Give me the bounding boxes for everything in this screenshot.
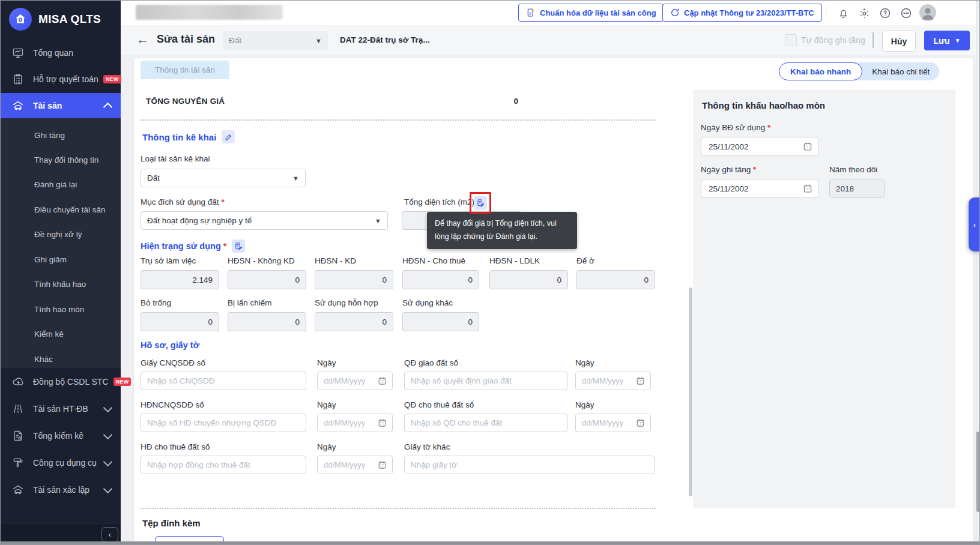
submenu-item-de-nghi-xu-ly[interactable]: Đề nghị xử lý — [1, 222, 121, 247]
asset-icon — [11, 483, 25, 496]
cancel-button[interactable]: Hủy — [882, 31, 916, 52]
calendar-icon[interactable] — [803, 184, 812, 193]
calendar-icon[interactable] — [378, 418, 387, 427]
usage-value-input: 0 — [402, 270, 479, 289]
sidebar-footer: ‹ — [1, 523, 121, 542]
calendar-icon[interactable] — [378, 376, 387, 385]
transfer-contract-date-field — [317, 414, 393, 432]
sidebar-item-dong-bo-csdl-stc[interactable]: Đồng bộ CSDL STC NEW — [1, 369, 121, 394]
help-icon[interactable] — [877, 5, 893, 21]
usage-label: Bỏ trống — [141, 298, 171, 307]
usage-value-input: 0 — [315, 270, 393, 289]
transfer-contract-date-input[interactable] — [322, 418, 378, 428]
calendar-icon[interactable] — [803, 142, 812, 151]
total-area-label: Tổng diện tích (m2) — [404, 197, 474, 206]
sidebar: MISA QLTS Tổng quan Hỗ trợ quyết toán NE… — [1, 1, 121, 541]
submenu-item-dieu-chuyen-tai-san[interactable]: Điều chuyển tài sản — [1, 197, 121, 222]
document-edit-icon[interactable] — [232, 239, 245, 253]
back-arrow-icon[interactable]: ← — [136, 32, 149, 47]
settings-gear-icon[interactable] — [856, 5, 872, 21]
cnqsdd-date-input[interactable] — [322, 376, 378, 386]
auto-increase-checkbox[interactable] — [785, 34, 797, 46]
app-logo[interactable]: MISA QLTS — [1, 5, 121, 33]
sidebar-item-tong-kiem-ke[interactable]: Tổng kiểm kê — [1, 423, 121, 448]
calendar-icon[interactable] — [636, 418, 646, 427]
usage-section-heading: Hiện trạng sử dụng — [141, 239, 245, 253]
page-title: Sửa tài sản — [157, 33, 215, 46]
sidebar-submenu: Ghi tăng Thay đổi thông tin Đánh giá lại… — [1, 118, 121, 368]
submenu-item-ghi-giam[interactable]: Ghi giảm — [1, 247, 121, 272]
start-use-date-input[interactable] — [707, 142, 803, 152]
asset-declare-type-dropdown[interactable]: Đất ▼ — [141, 169, 306, 187]
increase-date-input[interactable] — [707, 184, 803, 194]
submenu-item-danh-gia-lai[interactable]: Đánh giá lại — [1, 172, 121, 197]
other-papers-input[interactable] — [404, 456, 655, 474]
sidebar-item-tai-san-xac-lap[interactable]: Tài sản xác lập — [1, 477, 121, 502]
land-purpose-label: Mục đích sử dụng đất — [141, 197, 225, 206]
dashboard-icon — [11, 46, 25, 59]
sidebar-item-label: Tài sản — [33, 101, 62, 110]
asset-type-value: Đất — [229, 36, 241, 45]
sidebar-item-tai-san-ht-db[interactable]: Tài sản HT-ĐB — [1, 396, 121, 421]
calendar-icon[interactable] — [636, 376, 646, 385]
quick-declare-toggle[interactable]: Khai báo nhanh — [779, 62, 862, 80]
usage-value-input: 0 — [576, 270, 655, 289]
chevron-down-icon — [103, 457, 113, 466]
save-button[interactable]: Lưu ▼ — [924, 31, 970, 50]
new-badge: NEW — [113, 378, 132, 386]
document-edit-icon[interactable] — [474, 196, 487, 209]
sidebar-collapse-button[interactable]: ‹ — [101, 527, 118, 542]
submenu-item-khac[interactable]: Khác — [1, 347, 121, 372]
submenu-item-kiem-ke[interactable]: Kiểm kê — [1, 322, 121, 346]
sidebar-item-tong-quan[interactable]: Tổng quan — [1, 40, 121, 65]
documents-title: Hồ sơ, giấy tờ — [141, 340, 199, 350]
doc-label: HĐNCNQSDĐ số — [141, 400, 204, 409]
usage-label: Sử dụng khác — [402, 298, 453, 307]
total-original-price-label: TỔNG NGUYÊN GIÁ — [146, 97, 225, 106]
lease-contract-date-input[interactable] — [322, 460, 378, 470]
edit-pencil-icon[interactable] — [222, 130, 235, 143]
land-assign-date-field — [575, 372, 651, 390]
land-assign-number-input[interactable] — [404, 372, 567, 390]
lease-contract-date-field — [317, 456, 393, 474]
add-attachment-button[interactable] — [155, 536, 224, 541]
sidebar-item-tai-san[interactable]: Tài sản — [1, 93, 121, 118]
land-assign-date-input[interactable] — [581, 376, 636, 386]
app-title: MISA QLTS — [38, 13, 101, 26]
land-lease-decision-input[interactable] — [404, 414, 567, 432]
chevron-up-icon — [103, 102, 113, 112]
submenu-item-tinh-hao-mon[interactable]: Tính hao mòn — [1, 297, 121, 322]
more-options-icon[interactable] — [898, 5, 914, 21]
detail-declare-toggle[interactable]: Khai báo chi tiết — [862, 67, 939, 76]
user-avatar[interactable] — [919, 4, 936, 21]
chevron-down-icon: ▼ — [375, 217, 381, 224]
clipboard-icon — [11, 73, 25, 86]
submenu-item-thay-doi-thong-tin[interactable]: Thay đổi thông tin — [1, 148, 121, 172]
update-circular-button[interactable]: Cập nhật Thông tư 23/2023/TT-BTC — [662, 4, 822, 22]
app-window: MISA QLTS Tổng quan Hỗ trợ quyết toán NE… — [0, 0, 980, 545]
sidebar-item-ho-tro-quyet-toan[interactable]: Hỗ trợ quyết toán NEW — [1, 67, 121, 92]
notification-bell-icon[interactable] — [835, 5, 851, 21]
page-scrollbar-thumb[interactable] — [976, 432, 980, 512]
submenu-item-ghi-tang[interactable]: Ghi tăng — [1, 123, 121, 148]
asset-code: DAT 22-Đất trụ sở Trạ... — [340, 35, 430, 44]
cnqsdd-number-input[interactable] — [141, 372, 306, 390]
doc-label: Ngày — [575, 358, 594, 367]
usage-value-input: 0 — [141, 312, 219, 331]
panel-collapse-handle[interactable]: ‹ — [969, 197, 980, 251]
total-original-price-value: 0 — [470, 97, 518, 106]
submenu-item-tinh-khau-hao[interactable]: Tính khấu hao — [1, 272, 121, 297]
land-lease-decision-date-input[interactable] — [581, 418, 636, 428]
update-circular-label: Cập nhật Thông tư 23/2023/TT-BTC — [684, 8, 814, 17]
asset-type-dropdown[interactable]: Đất ▼ — [223, 31, 328, 50]
sidebar-item-label: Công cụ dụng cụ — [33, 458, 97, 468]
tab-thong-tin-tai-san[interactable]: Thông tin tài sản — [141, 61, 229, 79]
land-purpose-dropdown[interactable]: Đất hoạt động sự nghiệp y tế ▼ — [141, 211, 388, 230]
lease-contract-number-input[interactable] — [141, 456, 306, 474]
declaration-section-heading: Thông tin kê khai — [142, 130, 235, 143]
normalize-data-button[interactable]: Chuẩn hóa dữ liệu tài sản công — [518, 4, 664, 22]
transfer-contract-number-input[interactable] — [141, 414, 306, 432]
calendar-icon[interactable] — [378, 460, 387, 469]
sidebar-item-cong-cu-dung-cu[interactable]: Công cụ dụng cụ — [1, 450, 121, 475]
form-scrollbar[interactable] — [689, 288, 692, 496]
